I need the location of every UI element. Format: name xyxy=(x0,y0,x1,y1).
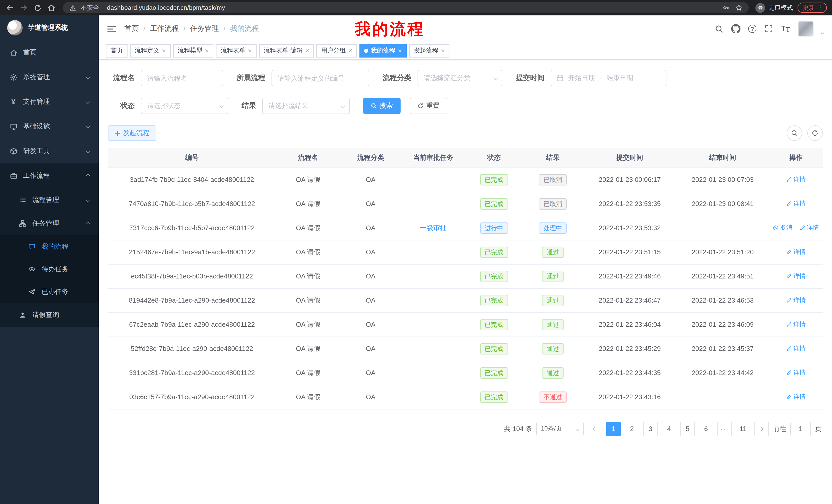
tab-process-definition[interactable]: 流程定义 xyxy=(130,44,171,57)
address-bar[interactable]: 不安全 dashboard.yudao.iocoder.cn/bpm/task/… xyxy=(63,2,749,13)
detail-button[interactable]: 详情 xyxy=(786,248,806,256)
search-icon[interactable] xyxy=(714,24,724,33)
process-definition-input[interactable] xyxy=(271,70,369,86)
reload-icon[interactable] xyxy=(33,3,42,12)
detail-button[interactable]: 详情 xyxy=(786,344,806,353)
column-header: 操作 xyxy=(769,148,823,167)
sidebar-item-process-mgmt[interactable]: 流程管理 xyxy=(0,188,99,212)
page-button-4[interactable]: 4 xyxy=(662,422,676,436)
submit-time-range-picker[interactable]: 开始日期 - 结束日期 xyxy=(551,70,667,86)
sidebar-item-todo-tasks[interactable]: 待办任务 xyxy=(0,258,99,281)
process-name-input[interactable] xyxy=(141,70,223,86)
sidebar-item-devtools[interactable]: 研发工具 xyxy=(0,139,99,163)
breadcrumb-item[interactable]: 首页 xyxy=(125,24,150,33)
chevron-down-icon xyxy=(219,104,224,108)
close-icon[interactable] xyxy=(398,47,402,54)
home-icon[interactable] xyxy=(47,3,56,12)
tab-user-group[interactable]: 用户分组 xyxy=(316,44,357,57)
update-button[interactable]: 更新 xyxy=(798,3,827,13)
forward-icon[interactable] xyxy=(19,3,28,12)
breadcrumb-item[interactable]: 工作流程 xyxy=(150,24,190,33)
close-icon[interactable] xyxy=(162,47,166,54)
close-icon[interactable] xyxy=(306,47,309,54)
breadcrumb-item[interactable]: 任务管理 xyxy=(190,24,230,33)
sidebar-item-my-process[interactable]: 我的流程 xyxy=(0,235,99,258)
tab-start-process[interactable]: 发起流程 xyxy=(409,44,449,57)
close-icon[interactable] xyxy=(248,47,252,54)
sidebar-item-label: 研发工具 xyxy=(23,146,81,156)
page-button-1[interactable]: 1 xyxy=(606,422,621,436)
result-select[interactable]: 请选择流结果 xyxy=(262,97,350,114)
tab-process-form-edit[interactable]: 流程表单-编辑 xyxy=(259,44,314,57)
goto-page-input[interactable] xyxy=(790,422,811,436)
detail-button[interactable]: 详情 xyxy=(786,393,806,401)
fontsize-icon[interactable] xyxy=(781,24,790,33)
sidebar-item-workflow[interactable]: 工作流程 xyxy=(0,163,99,188)
github-icon[interactable] xyxy=(731,24,740,33)
detail-button[interactable]: 详情 xyxy=(786,199,806,208)
page-button-6[interactable]: 6 xyxy=(699,422,713,436)
detail-button[interactable]: 详情 xyxy=(786,320,806,329)
tab-home[interactable]: 首页 xyxy=(106,44,128,57)
search-button[interactable]: 搜索 xyxy=(363,97,400,114)
detail-button[interactable]: 详情 xyxy=(786,368,806,377)
page-button-2[interactable]: 2 xyxy=(625,422,639,436)
table-row: 52ffd28e-7b9a-11ec-a290-acde48001122 OA … xyxy=(108,337,823,361)
next-page-button[interactable] xyxy=(754,422,769,436)
star-icon[interactable] xyxy=(734,3,744,12)
process-category: OA xyxy=(366,297,375,304)
result-badge: 通过 xyxy=(542,367,564,379)
sidebar-item-system[interactable]: 系统管理 xyxy=(0,65,99,89)
back-icon[interactable] xyxy=(5,3,15,12)
page-ellipsis[interactable]: ··· xyxy=(717,422,732,436)
close-icon[interactable] xyxy=(441,47,445,54)
help-icon[interactable] xyxy=(748,25,756,33)
prev-page-button[interactable] xyxy=(588,422,602,436)
fullscreen-icon[interactable] xyxy=(764,24,773,33)
caret-down-icon[interactable] xyxy=(821,31,824,34)
page-button-11[interactable]: 11 xyxy=(736,422,750,436)
chevron-up-icon xyxy=(86,174,90,178)
menu-dots-icon[interactable] xyxy=(817,4,823,11)
tab-my-process[interactable]: 我的流程 xyxy=(359,44,407,57)
chevron-down-icon xyxy=(494,76,498,80)
app-logo[interactable]: 芋道管理系统 xyxy=(0,16,99,40)
close-icon[interactable] xyxy=(205,47,209,54)
sidebar-item-home[interactable]: 首页 xyxy=(0,40,99,65)
detail-button[interactable]: 详情 xyxy=(799,223,819,232)
end-time: 2022-01-22 23:46:53 xyxy=(692,297,754,304)
detail-button[interactable]: 详情 xyxy=(786,272,806,281)
table-row: 3ad174fb-7b9d-11ec-8404-acde48001122 OA … xyxy=(108,167,823,192)
search-toggle-button[interactable] xyxy=(787,125,802,141)
table-header-row: 编号 流程名 流程分类 当前审批任务 状态 结果 提交时间 结束时间 操作 xyxy=(108,148,823,167)
tab-process-form[interactable]: 流程表单 xyxy=(216,44,256,57)
tab-process-model[interactable]: 流程模型 xyxy=(173,44,213,57)
current-task-link[interactable]: 一级审批 xyxy=(420,224,447,231)
status-select[interactable]: 请选择状态 xyxy=(141,97,228,114)
detail-button[interactable]: 详情 xyxy=(786,296,806,305)
sidebar-item-payment[interactable]: 支付管理 xyxy=(0,89,99,114)
detail-button[interactable]: 详情 xyxy=(786,175,806,184)
hamburger-icon[interactable] xyxy=(107,25,116,33)
refresh-button[interactable] xyxy=(807,125,823,141)
chevron-down-icon xyxy=(86,149,90,153)
result-badge: 通过 xyxy=(542,295,564,306)
reset-button[interactable]: 重置 xyxy=(410,97,447,114)
annotation-text: 我的流程 xyxy=(355,19,425,40)
page-button-5[interactable]: 5 xyxy=(680,422,695,436)
sidebar-item-done-tasks[interactable]: 已办任务 xyxy=(0,281,99,303)
cancel-button[interactable]: 取消 xyxy=(773,223,792,232)
status-badge: 已完成 xyxy=(480,343,508,354)
category-select[interactable]: 请选择流程分类 xyxy=(418,70,502,86)
avatar[interactable] xyxy=(798,21,813,36)
page-size-select[interactable]: 10条/页 xyxy=(536,422,583,436)
status-badge: 已完成 xyxy=(480,367,508,379)
sidebar-item-task-mgmt[interactable]: 任务管理 xyxy=(0,212,99,235)
page-button-3[interactable]: 3 xyxy=(643,422,658,436)
table-row: 819442e8-7b9a-11ec-a290-acde48001122 OA … xyxy=(108,288,823,312)
key-icon[interactable] xyxy=(722,3,731,12)
close-icon[interactable] xyxy=(348,47,352,54)
sidebar-item-infrastructure[interactable]: 基础设施 xyxy=(0,114,99,139)
start-process-button[interactable]: 发起流程 xyxy=(108,125,156,141)
sidebar-item-leave-query[interactable]: 请假查询 xyxy=(0,303,99,327)
